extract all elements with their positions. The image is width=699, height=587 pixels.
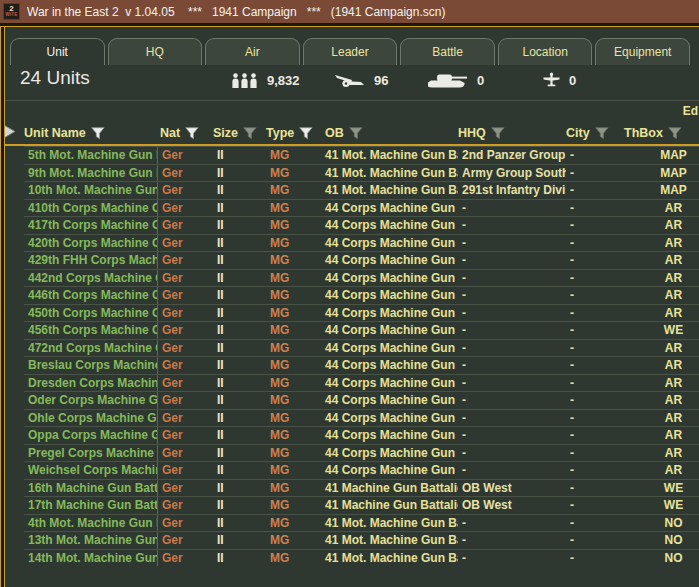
- filter-funnel-icon[interactable]: [668, 127, 682, 140]
- cell-hhq: 2nd Panzer Group: [458, 147, 566, 163]
- cell-type: MG: [266, 287, 321, 303]
- filter-funnel-icon[interactable]: [185, 127, 199, 140]
- tab-air[interactable]: Air: [205, 38, 300, 65]
- cell-type: MG: [266, 200, 321, 216]
- cell-thbox: WE: [644, 322, 699, 338]
- cell-unit-name[interactable]: Weichsel Corps Machine: [24, 462, 158, 479]
- table-row[interactable]: 417th Corps Machine Gu Ger II MG 44 Corp…: [24, 216, 699, 234]
- cell-unit-name[interactable]: 450th Corps Machine Gu: [24, 305, 158, 322]
- frame-gold-left-inner: [4, 27, 5, 587]
- table-row[interactable]: 9th Mot. Machine Gun Ba Ger II MG 41 Mot…: [24, 164, 699, 182]
- table-row[interactable]: 442nd Corps Machine Gu Ger II MG 44 Corp…: [24, 269, 699, 287]
- tab-battle[interactable]: Battle: [400, 38, 495, 65]
- cell-nationality: Ger: [158, 357, 213, 373]
- table-row[interactable]: 429th FHH Corps Machin Ger II MG 44 Corp…: [24, 251, 699, 269]
- column-header-nat[interactable]: Nat: [158, 122, 213, 144]
- cell-unit-name[interactable]: 5th Mot. Machine Gun Ba: [24, 147, 158, 164]
- cell-unit-name[interactable]: 456th Corps Machine Gu: [24, 322, 158, 339]
- filter-funnel-icon[interactable]: [299, 127, 313, 140]
- filter-funnel-icon[interactable]: [91, 127, 105, 140]
- table-row[interactable]: Breslau Corps Machine G Ger II MG 44 Cor…: [24, 356, 699, 374]
- cell-thbox: WE: [644, 497, 699, 513]
- cell-ob: 41 Machine Gun Battalion: [321, 480, 458, 496]
- table-row[interactable]: Dresden Corps Machine Ger II MG 44 Corps…: [24, 374, 699, 392]
- cell-ob: 44 Corps Machine Gun B: [321, 217, 458, 233]
- table-row[interactable]: 4th Mot. Machine Gun Ba Ger II MG 41 Mot…: [24, 514, 699, 532]
- table-row[interactable]: 16th Machine Gun Battali Ger II MG 41 Ma…: [24, 479, 699, 497]
- column-header-unit-name[interactable]: Unit Name: [24, 122, 158, 144]
- table-row[interactable]: 5th Mot. Machine Gun Ba Ger II MG 41 Mot…: [24, 146, 699, 164]
- filter-funnel-icon[interactable]: [243, 127, 257, 140]
- cell-nationality: Ger: [158, 200, 213, 216]
- tab-unit[interactable]: Unit: [10, 38, 105, 65]
- cell-hhq: -: [458, 322, 566, 338]
- cell-unit-name[interactable]: 472nd Corps Machine Gu: [24, 340, 158, 357]
- cell-unit-name[interactable]: 420th Corps Machine Gu: [24, 235, 158, 252]
- cell-unit-name[interactable]: 4th Mot. Machine Gun Ba: [24, 515, 158, 532]
- table-row[interactable]: 446th Corps Machine Gu Ger II MG 44 Corp…: [24, 286, 699, 304]
- column-label: City: [566, 126, 590, 140]
- filter-funnel-icon[interactable]: [349, 127, 363, 140]
- filter-funnel-icon[interactable]: [491, 127, 505, 140]
- cell-unit-name[interactable]: 442nd Corps Machine Gu: [24, 270, 158, 287]
- cell-thbox: AR: [644, 427, 699, 443]
- column-header-type[interactable]: Type: [266, 122, 321, 144]
- cell-unit-name[interactable]: Oder Corps Machine Gun: [24, 392, 158, 409]
- cell-thbox: AR: [644, 235, 699, 251]
- cell-type: MG: [266, 480, 321, 496]
- filter-funnel-icon[interactable]: [595, 127, 609, 140]
- table-row[interactable]: 13th Mot. Machine Gun B Ger II MG 41 Mot…: [24, 531, 699, 549]
- stat-men: 9,832: [231, 70, 300, 90]
- cell-ob: 41 Mot. Machine Gun Bat: [321, 550, 458, 566]
- cell-unit-name[interactable]: 17th Machine Gun Battali: [24, 497, 158, 514]
- cell-type: MG: [266, 217, 321, 233]
- table-row[interactable]: 10th Mot. Machine Gun B Ger II MG 41 Mot…: [24, 181, 699, 199]
- cell-nationality: Ger: [158, 305, 213, 321]
- cell-city: -: [566, 445, 644, 461]
- cell-unit-name[interactable]: 13th Mot. Machine Gun B: [24, 532, 158, 549]
- tab-label: Location: [522, 45, 567, 59]
- cell-unit-name[interactable]: Dresden Corps Machine: [24, 375, 158, 392]
- cell-city: -: [566, 217, 644, 233]
- cell-nationality: Ger: [158, 410, 213, 426]
- cell-unit-name[interactable]: 9th Mot. Machine Gun Ba: [24, 165, 158, 182]
- cell-type: MG: [266, 375, 321, 391]
- cell-unit-name[interactable]: 10th Mot. Machine Gun B: [24, 182, 158, 199]
- tab-hq[interactable]: HQ: [108, 38, 203, 65]
- cell-unit-name[interactable]: 410th Corps Machine Gu: [24, 200, 158, 217]
- column-header-thbox[interactable]: ThBox: [624, 122, 699, 144]
- column-header-ob[interactable]: OB: [321, 122, 458, 144]
- cell-thbox: AR: [644, 392, 699, 408]
- table-row[interactable]: 17th Machine Gun Battali Ger II MG 41 Ma…: [24, 496, 699, 514]
- cell-unit-name[interactable]: 16th Machine Gun Battali: [24, 480, 158, 497]
- cell-unit-name[interactable]: Pregel Corps Machine Gu: [24, 445, 158, 462]
- cell-type: MG: [266, 182, 321, 198]
- table-row[interactable]: Pregel Corps Machine Gu Ger II MG 44 Cor…: [24, 444, 699, 462]
- cell-ob: 44 Corps Machine Gun B: [321, 427, 458, 443]
- table-row[interactable]: 472nd Corps Machine Gu Ger II MG 44 Corp…: [24, 339, 699, 357]
- cell-unit-name[interactable]: 417th Corps Machine Gu: [24, 217, 158, 234]
- cell-unit-name[interactable]: Oppa Corps Machine Gu: [24, 427, 158, 444]
- table-row[interactable]: 450th Corps Machine Gu Ger II MG 44 Corp…: [24, 304, 699, 322]
- column-header-hhq[interactable]: HHQ: [458, 122, 566, 144]
- table-row[interactable]: Weichsel Corps Machine Ger II MG 44 Corp…: [24, 461, 699, 479]
- column-header-size[interactable]: Size: [213, 122, 266, 144]
- table-row[interactable]: 456th Corps Machine Gu Ger II MG 44 Corp…: [24, 321, 699, 339]
- table-row[interactable]: 420th Corps Machine Gu Ger II MG 44 Corp…: [24, 234, 699, 252]
- table-row[interactable]: 14th Mot. Machine Gun B Ger II MG 41 Mot…: [24, 549, 699, 567]
- table-row[interactable]: 410th Corps Machine Gu Ger II MG 44 Corp…: [24, 199, 699, 217]
- cell-unit-name[interactable]: Breslau Corps Machine G: [24, 357, 158, 374]
- cell-unit-name[interactable]: Ohle Corps Machine Gun: [24, 410, 158, 427]
- table-row[interactable]: Ohle Corps Machine Gun Ger II MG 44 Corp…: [24, 409, 699, 427]
- tab-location[interactable]: Location: [498, 38, 593, 65]
- table-row[interactable]: Oder Corps Machine Gun Ger II MG 44 Corp…: [24, 391, 699, 409]
- cell-unit-name[interactable]: 429th FHH Corps Machin: [24, 252, 158, 269]
- cell-unit-name[interactable]: 446th Corps Machine Gu: [24, 287, 158, 304]
- tab-leader[interactable]: Leader: [303, 38, 398, 65]
- cell-nationality: Ger: [158, 515, 213, 531]
- cell-unit-name[interactable]: 14th Mot. Machine Gun B: [24, 550, 158, 567]
- cell-hhq: -: [458, 357, 566, 373]
- edit-link[interactable]: Ed: [683, 104, 698, 118]
- table-row[interactable]: Oppa Corps Machine Gu Ger II MG 44 Corps…: [24, 426, 699, 444]
- tab-equipment[interactable]: Equipment: [595, 38, 690, 65]
